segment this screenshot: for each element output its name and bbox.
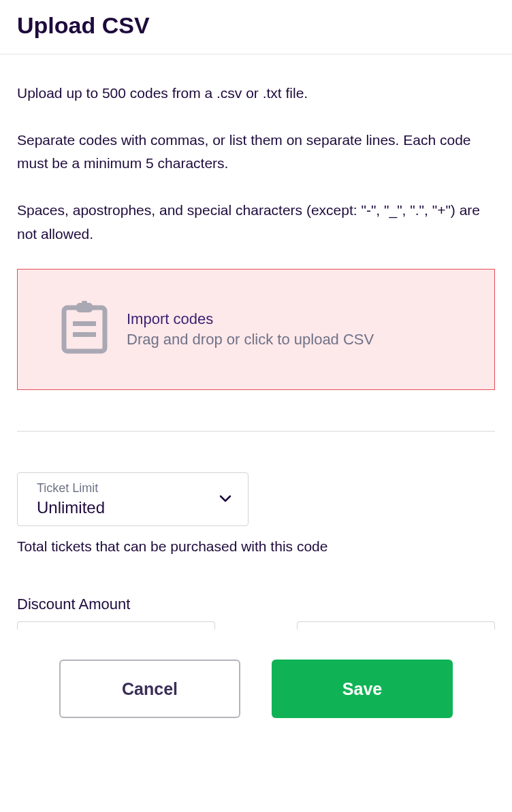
discount-input-row <box>17 621 495 630</box>
svg-rect-0 <box>64 308 105 351</box>
chevron-down-icon <box>219 493 231 506</box>
dialog-content: Upload up to 500 codes from a .csv or .t… <box>0 54 512 643</box>
dropzone-subtitle: Drag and drop or click to upload CSV <box>127 331 374 348</box>
dialog-header: Upload CSV <box>0 0 512 54</box>
ticket-limit-value: Unlimited <box>37 498 214 517</box>
dialog-footer: Cancel Save <box>0 643 512 732</box>
svg-rect-3 <box>73 321 96 326</box>
dialog-title: Upload CSV <box>17 12 495 39</box>
svg-rect-4 <box>73 332 96 337</box>
upload-dropzone[interactable]: Import codes Drag and drop or click to u… <box>17 269 495 390</box>
ticket-limit-select[interactable]: Ticket Limit Unlimited <box>17 472 249 526</box>
discount-input-1[interactable] <box>17 621 215 630</box>
clipboard-icon <box>60 301 109 358</box>
instruction-line-1: Upload up to 500 codes from a .csv or .t… <box>17 82 495 105</box>
discount-input-2[interactable] <box>297 621 495 630</box>
ticket-limit-help: Total tickets that can be purchased with… <box>17 538 495 555</box>
instruction-line-3: Spaces, apostrophes, and special charact… <box>17 199 495 246</box>
discount-amount-label: Discount Amount <box>17 596 495 613</box>
instruction-line-2: Separate codes with commas, or list them… <box>17 129 495 176</box>
ticket-limit-label: Ticket Limit <box>37 481 214 496</box>
dropzone-text: Import codes Drag and drop or click to u… <box>127 310 374 348</box>
section-divider <box>17 431 495 432</box>
save-button[interactable]: Save <box>272 660 453 718</box>
cancel-button[interactable]: Cancel <box>59 660 240 718</box>
upload-instructions: Upload up to 500 codes from a .csv or .t… <box>17 82 495 246</box>
dropzone-title: Import codes <box>127 310 374 328</box>
